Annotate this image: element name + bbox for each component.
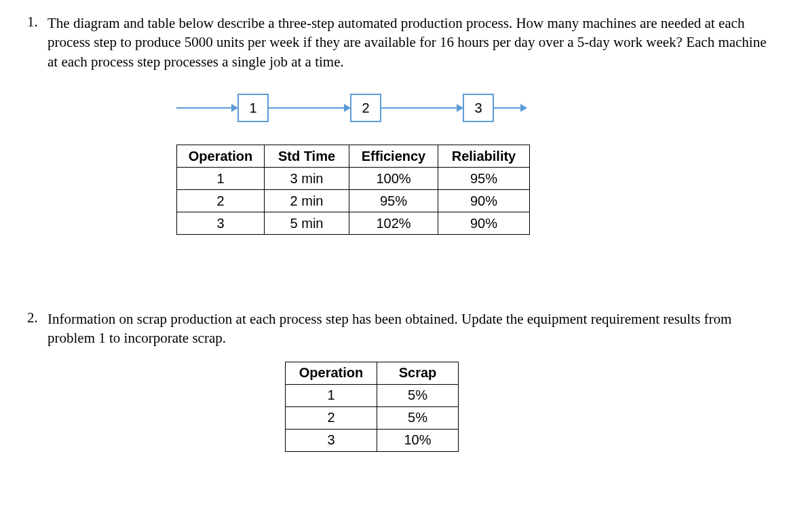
problem-1: 1. The diagram and table below describe … <box>27 14 775 262</box>
operations-table: Operation Std Time Efficiency Reliabilit… <box>176 145 530 235</box>
problem-1-body: The diagram and table below describe a t… <box>47 14 775 262</box>
table-row: 2 5% <box>286 406 459 429</box>
cell: 5% <box>377 384 459 406</box>
cell: 1 <box>286 384 377 406</box>
cell: 100% <box>349 168 438 190</box>
cell: 102% <box>349 212 438 235</box>
arrow-segment <box>269 107 350 109</box>
cell: 90% <box>438 190 530 212</box>
arrow-segment <box>381 107 463 109</box>
cell: 90% <box>438 212 530 235</box>
problem-2-body: Information on scrap production at each … <box>47 309 775 479</box>
problem-2: 2. Information on scrap production at ea… <box>27 309 775 479</box>
col-header-reliability: Reliability <box>438 145 530 168</box>
arrowhead-icon <box>231 104 238 112</box>
process-diagram: 1 2 3 <box>176 92 775 124</box>
cell: 10% <box>377 429 459 451</box>
cell: 5 min <box>265 212 349 235</box>
problem-1-number: 1. <box>27 14 47 31</box>
diagram-box-3: 3 <box>463 94 494 122</box>
arrowhead-icon <box>344 104 351 112</box>
cell: 3 min <box>265 168 349 190</box>
table-row: 3 5 min 102% 90% <box>177 212 530 235</box>
problem-2-number: 2. <box>27 309 47 326</box>
arrowhead-icon <box>457 104 463 112</box>
cell: 1 <box>177 168 265 190</box>
cell: 3 <box>177 212 265 235</box>
arrowhead-icon <box>520 104 527 112</box>
cell: 3 <box>286 429 377 451</box>
problem-2-text: Information on scrap production at each … <box>47 309 775 348</box>
arrow-segment <box>176 107 237 109</box>
cell: 5% <box>377 406 459 429</box>
cell: 95% <box>438 168 530 190</box>
col-header-stdtime: Std Time <box>265 145 349 168</box>
table-row: 1 3 min 100% 95% <box>177 168 530 190</box>
table-row: 3 10% <box>286 429 459 451</box>
table-header-row: Operation Std Time Efficiency Reliabilit… <box>177 145 530 168</box>
table-header-row: Operation Scrap <box>286 362 459 384</box>
col-header-operation: Operation <box>177 145 265 168</box>
table-row: 2 2 min 95% 90% <box>177 190 530 212</box>
scrap-table: Operation Scrap 1 5% 2 5% 3 10% <box>285 362 459 452</box>
table-row: 1 5% <box>286 384 459 406</box>
arrow-segment <box>494 107 527 109</box>
cell: 2 <box>177 190 265 212</box>
cell: 2 min <box>265 190 349 212</box>
cell: 95% <box>349 190 438 212</box>
col-header-efficiency: Efficiency <box>349 145 438 168</box>
diagram-box-1: 1 <box>237 94 269 122</box>
col-header-scrap: Scrap <box>377 362 459 384</box>
col-header-operation: Operation <box>286 362 377 384</box>
cell: 2 <box>286 406 377 429</box>
diagram-box-2: 2 <box>350 94 381 122</box>
problem-1-text: The diagram and table below describe a t… <box>47 14 775 71</box>
